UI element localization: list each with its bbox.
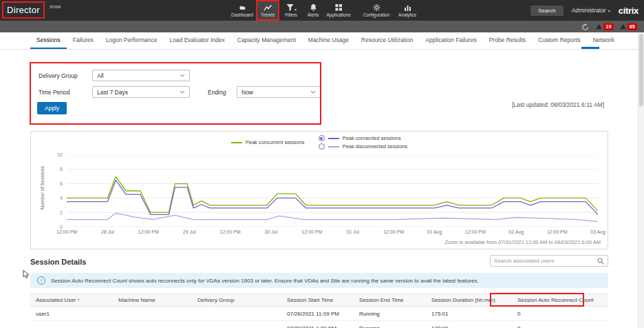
line-swatch-lavender [328,146,339,147]
tab-application-failures[interactable]: Application Failures [419,32,482,49]
legend-label: Peak disconnected sessions [343,143,408,150]
chevron-down-icon [310,90,316,94]
analytics-bars-icon [403,3,412,12]
chevron-down-icon: ▾ [294,7,297,12]
nav-item-configuration[interactable]: Configuration [359,0,394,21]
x-axis-ticks: 12:00 PM28 Jul12:00 PM29 Jul12:00 PM30 J… [67,229,598,236]
time-period-dropdown[interactable]: Last 7 Days [92,86,190,98]
table-row[interactable]: user1 07/26/2021 11:09 PM Running 175:01… [30,307,608,321]
legend-item-connected[interactable]: Peak connected sessions [319,135,408,141]
user-menu[interactable]: Administrator ▾ [572,7,610,14]
session-details-table: Associated User ↑ Machine Name Delivery … [30,294,608,328]
column-header-delivery-group[interactable]: Delivery Group [192,297,281,303]
apply-button[interactable]: Apply [37,102,67,114]
nav-item-analytics[interactable]: Analytics [394,0,421,21]
x-tick-label: 12:00 PM [547,229,568,234]
column-header-session-duration[interactable]: Session Duration (hh:mm) [426,297,512,303]
nav-item-applications[interactable]: Applications [323,0,354,21]
column-header-machine-name[interactable]: Machine Name [113,297,192,303]
tab-probe-results[interactable]: Probe Results [483,32,532,49]
citrix-logo: citrix [619,6,638,16]
dropdown-value: All [97,72,103,79]
legend-label: Peak connected sessions [343,135,401,141]
delivery-group-dropdown[interactable]: All [92,70,190,81]
session-end-cell: Running [354,325,426,328]
tab-machine-usage[interactable]: Machine Usage [302,32,355,49]
user-menu-label: Administrator [572,7,606,14]
last-updated-text: [Last updated: 08/03/2021 6:11 AM] [512,101,604,108]
user-link[interactable]: user1 [30,311,113,317]
x-tick-label: 01 Aug [427,229,442,234]
dropdown-value: Last 7 Days [97,89,128,96]
configuration-gear-icon [372,3,381,12]
ending-dropdown[interactable]: Now [237,86,321,98]
table-row[interactable]: 07/28/2021 1:09 PM Running 120:00 0 [30,321,608,328]
y-tick-label: 8 [60,167,63,172]
column-header-session-auto-reconnect-count[interactable]: Session Auto Reconnect Count [512,297,608,303]
nav-item-alerts[interactable]: Alerts [303,0,323,21]
filters-funnel-icon: ▾ [286,3,297,12]
y-tick-label: 0 [60,225,63,229]
y-tick-label: 4 [60,196,63,201]
table-header-row: Associated User ↑ Machine Name Delivery … [30,294,608,307]
tab-custom-reports[interactable]: Custom Reports [532,32,586,49]
reconnect-count-cell: 0 [512,311,608,317]
site-name: snow [50,4,61,9]
tab-resource-utilization[interactable]: Resource Utilization [355,32,420,49]
legend-item-disconnected[interactable]: Peak disconnected sessions [319,143,408,150]
nav-label: Trends [261,12,275,17]
nav-item-filters[interactable]: ▾ Filters [279,0,303,21]
session-duration-cell: 120:00 [426,325,512,328]
x-tick-label: 12:00 PM [220,229,241,234]
nav-label: Filters [285,12,297,17]
x-tick-label: 31 Jul [346,229,359,234]
x-tick-label: 30 Jul [265,229,278,234]
search-input[interactable] [494,258,597,264]
nav-label: Dashboard [231,12,253,17]
session-end-cell: Running [354,311,426,317]
topbar-right: Search Administrator ▾ citrix [530,0,638,21]
zoom-availability-note: Zoom is available from 07/31/2021 12:00 … [445,239,601,245]
legend-radio-group: Peak connected sessions Peak disconnecte… [319,135,408,150]
legend-item-concurrent: Peak concurrent sessions [231,139,305,145]
nav-item-trends[interactable]: Trends [256,0,279,21]
column-header-session-start-time[interactable]: Session Start Time [281,297,354,303]
alert-count-badge: 19 [603,23,613,30]
search-icon[interactable] [597,258,604,265]
alert-triangle-icon [620,23,626,30]
tab-sessions[interactable]: Sessions [30,32,67,49]
search-button[interactable]: Search [530,6,563,16]
scrollbar-track[interactable] [638,32,644,328]
tab-failures[interactable]: Failures [67,32,100,49]
radio-selected-icon[interactable] [319,135,325,141]
trends-chart-icon [264,3,272,12]
tab-load-evaluator-index[interactable]: Load Evaluator Index [163,32,230,49]
main-nav: Dashboard Trends ▾ Filters Alerts [228,0,421,21]
associated-users-search[interactable] [490,255,608,267]
alert-indicator-1[interactable]: 19 [596,23,613,30]
ending-label: Ending [208,89,226,96]
refresh-icon[interactable] [581,22,590,31]
director-logo[interactable]: Director [7,5,40,15]
trends-tabs: Sessions Failures Logon Performance Load… [0,32,638,50]
tab-capacity-management[interactable]: Capacity Management [231,32,302,49]
dropdown-value: Now [242,89,253,96]
chevron-down-icon: ▾ [608,8,610,13]
sessions-line-chart[interactable] [67,155,598,227]
column-header-session-end-time[interactable]: Session End Time [354,297,426,303]
session-duration-cell: 175:01 [426,311,512,317]
x-tick-label: 29 Jul [183,229,196,234]
nav-item-dashboard[interactable]: Dashboard [228,0,256,21]
tab-logon-performance[interactable]: Logon Performance [100,32,164,49]
column-header-associated-user[interactable]: Associated User ↑ [30,297,113,303]
radio-unselected-icon[interactable] [319,143,325,150]
notification-bar: 19 65 [0,21,644,32]
x-tick-label: 12:00 PM [138,229,159,234]
scrollbar-thumb[interactable] [639,34,643,106]
x-tick-label: 28 Jul [101,229,114,234]
x-tick-label: 12:00 PM [465,229,486,234]
alert-indicator-2[interactable]: 65 [620,23,637,30]
info-banner-text: Session Auto Reconnect Count shows auto … [51,278,479,284]
nav-label: Applications [326,12,350,17]
x-tick-label: 12:00 PM [56,229,77,234]
